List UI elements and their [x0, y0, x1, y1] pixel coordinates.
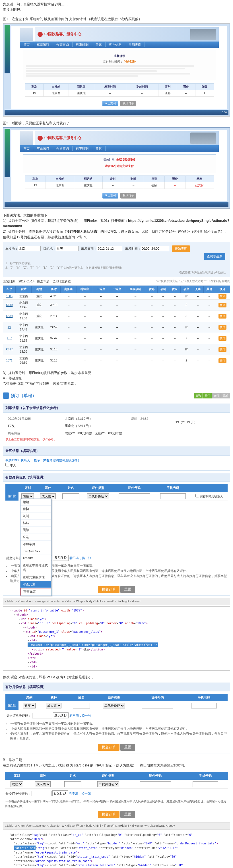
table-row: K619北京西19:45重庆36:19----------------2----…	[3, 300, 230, 311]
book-button[interactable]: 预订	[219, 294, 227, 298]
name-input[interactable]	[62, 493, 79, 499]
intro-line-1: 先废话一句：真是很久没写技术贴了啊……	[3, 2, 230, 7]
cancel-button[interactable]: 取消订单	[120, 101, 136, 106]
screenshot-1: 中国铁路客户服务中心 首页 车票预订 余票查询 列车时刻 货运 客户信息	[3, 23, 230, 117]
firebug-panel-2: "attr">class="tag"><td "attr">class="qr_…	[3, 831, 230, 868]
firebug-start-date-line: "attr">class="tag"><input "attr">id="sta…	[5, 845, 228, 855]
query-panel: 出发地： 目的地： 出发日期： 出发时间： 开始查询 查询学生票 1、标"*"的…	[3, 242, 230, 277]
fig2-caption: 图2：后面嘛，只要能正常登陆和支付就行了	[3, 121, 230, 126]
ticket-icon	[3, 393, 9, 399]
step-3a-desc: 右键单击 席别 下面的下拉列表，选择 审查元素 。	[3, 381, 230, 386]
context-menu[interactable]: 撤销 剪切 复制 粘贴 删除 全选 添加字典 It's QueClick... …	[20, 499, 52, 596]
from-input[interactable]	[18, 246, 41, 251]
passenger-block: 有效身份信息（填写说明） 席别票种姓名 证件类型证件号码手机号码 第1位 硬座 …	[3, 473, 230, 596]
search-button[interactable]: 开始查询	[172, 245, 190, 252]
inspect-element-item: 审查元素	[21, 588, 51, 595]
to-input[interactable]	[56, 246, 79, 251]
save-contact-checkbox[interactable]	[196, 494, 199, 497]
table-row: T57北京西21:15重庆北32:47----------------7----…	[3, 333, 230, 344]
phone-input[interactable]	[160, 493, 186, 499]
date-input[interactable]	[97, 246, 122, 251]
table-row: K589北京西11:30重庆29:14----------------8----…	[3, 311, 230, 322]
nav-bar: 首页 车票预订 余票查询 列车时刻 货运 客户信息 常用查询	[20, 41, 219, 48]
train-info-block: 列车信息（以下余票信息仅做参考） 2012年01月12日 北京西（21:19 开…	[3, 404, 230, 444]
table-row: 1003北京西重庆40:23----------------有----预订	[3, 293, 230, 300]
time-input[interactable]	[141, 246, 169, 251]
reset-button[interactable]: 重置	[120, 586, 135, 593]
table-row: T9北京西17:48重庆北24:52----------------有----预…	[3, 322, 230, 333]
seat-select[interactable]: 硬座	[21, 493, 34, 499]
booking-header: 预订（单程） 查询 预订 支付 完成	[3, 391, 230, 401]
site-title: 中国铁路客户服务中心	[45, 31, 81, 37]
train-result-table: 车次发站到站历时商务座特等座一等座二等座高级软卧软卧硬卧软座硬座无座其他预订 1…	[3, 285, 230, 366]
system-clock: 8:00	[220, 110, 229, 115]
step-1: 1）提前十五分钟（8点放票，我是7点半登的系统），用Firefox（8.01）打…	[3, 218, 230, 229]
passenger-block-2: 有效身份信息（填写说明） 席别票种姓名 证件类型证件号码手机号码 第1位 硬座 …	[3, 683, 230, 754]
ticket-type-select[interactable]: 成人票	[40, 493, 56, 499]
countdown-timer: 44分12秒	[124, 60, 136, 63]
student-search-button[interactable]: 查询学生票	[204, 253, 225, 260]
id-number-input[interactable]	[119, 493, 150, 499]
intro-line-2: 直接上图吧。	[3, 7, 230, 12]
step-2: 2）提前十分钟，查询数据进入预订页面（预订按钮为激活状态）的同类车次，进入该页面…	[3, 229, 230, 240]
book-button[interactable]: 预订	[219, 358, 227, 363]
table-row: K817北京西13:20重庆北35:15----------------有---…	[3, 344, 230, 355]
book-button[interactable]: 预订	[219, 314, 227, 318]
step-b-title: B）修改日期	[3, 757, 230, 763]
table-row: 1371北京西09:30重庆北35:13----------------2---…	[3, 355, 230, 366]
step-b-desc: 在之前动态修改的 HTML 代码之上，找到 id 为 start_date 的 …	[3, 763, 230, 768]
book-button[interactable]: 预订	[219, 347, 227, 352]
pay-warning: 请在45分钟内完成支付	[26, 164, 213, 168]
firebug-breadcrumb-2: s.table_qr < form#con...assenger < div.e…	[3, 822, 230, 830]
contact-block: 乘客信息（填写说明） 我的12306联系人 （提示：乘客如需购票可直接选择） 本…	[3, 446, 230, 470]
book-button[interactable]: 预订	[219, 325, 227, 330]
refresh-captcha-link[interactable]: 看不清，换一张	[69, 556, 91, 560]
step-3a: A）修改席别	[3, 376, 230, 381]
pay-button[interactable]: 网上支付	[103, 101, 118, 106]
id-type-select[interactable]: 二代身份证	[87, 493, 109, 499]
step-3: 3）提前五分钟，用Firebug改好相应的参数，这步非常重要。	[3, 370, 230, 376]
result-date: 出发日期：2012-01-14	[3, 280, 34, 283]
book-button[interactable]: 预订	[219, 336, 227, 341]
fig1-caption: 图1：注意左下角 系统时间 以及画面中间的 支付倒计时 （我应该是在放票后15秒…	[3, 17, 230, 22]
passenger-block-3: 席别票种姓名 证件类型证件号码手机号码 硬座 成人票 二代身份证 ·提交订单验证…	[3, 770, 230, 820]
screenshot-2: 中国铁路客户服务中心 首页 车票预订 余票查询 列车时刻 货运	[3, 127, 230, 209]
firebug-panel-1: ▸<table id="start_info_table" width="100…	[3, 606, 230, 671]
method-title: 下面说方法。大概的步骤如下：	[3, 213, 230, 218]
submit-order-button[interactable]: 提交订单	[98, 586, 119, 593]
book-button[interactable]: 预订	[219, 303, 227, 307]
firebug-breadcrumb-1: s.table_qr < form#con...assenger < div.e…	[3, 598, 230, 605]
captcha-image: B5DD	[53, 555, 68, 561]
notice-title: 温馨提示	[26, 54, 213, 58]
modify-seat-note: 修改 硬座 对应项的值，即将 Value 改为3（对应的是硬卧）。	[3, 675, 230, 680]
self-checkbox[interactable]	[5, 463, 9, 466]
order-summary-table: 车次出发站到达站发车时间 到站时间席别票价张数 T9北京西重庆北----硬卧--…	[25, 83, 214, 97]
firebug-highlighted-select: ▾<select id="passenger_1_seat" name="pas…	[28, 643, 158, 647]
